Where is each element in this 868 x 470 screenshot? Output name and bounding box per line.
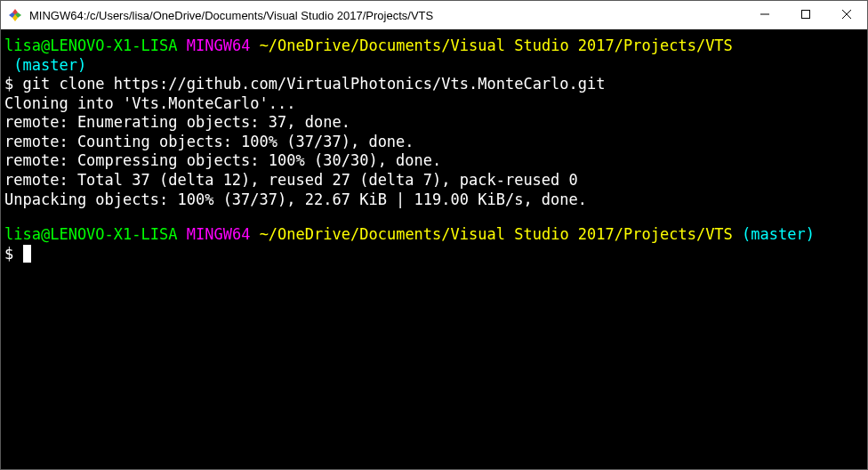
terminal-content[interactable]: lisa@LENOVO-X1-LISA MINGW64 ~/OneDrive/D… xyxy=(1,29,867,469)
prompt-line-2: lisa@LENOVO-X1-LISA MINGW64 ~/OneDrive/D… xyxy=(4,225,864,263)
window-title: MINGW64:/c/Users/lisa/OneDrive/Documents… xyxy=(29,9,744,22)
prompt-line-1: lisa@LENOVO-X1-LISA MINGW64 ~/OneDrive/D… xyxy=(4,36,864,209)
titlebar: MINGW64:/c/Users/lisa/OneDrive/Documents… xyxy=(1,1,867,29)
terminal-cursor xyxy=(23,245,31,263)
git-branch: (master) xyxy=(4,56,86,74)
user-host: lisa@LENOVO-X1-LISA xyxy=(4,225,177,243)
git-branch: (master) xyxy=(742,225,815,243)
window-controls xyxy=(744,1,867,29)
close-button[interactable] xyxy=(826,1,867,28)
close-icon xyxy=(842,10,851,19)
command-text: git clone https://github.com/VirtualPhot… xyxy=(22,75,605,93)
cwd-path: ~/OneDrive/Documents/Visual Studio 2017/… xyxy=(250,36,732,54)
minimize-icon xyxy=(760,10,769,19)
output-line: remote: Compressing objects: 100% (30/30… xyxy=(4,151,441,169)
output-line: Unpacking objects: 100% (37/37), 22.67 K… xyxy=(4,190,587,208)
output-line: remote: Total 37 (delta 12), reused 27 (… xyxy=(4,171,578,189)
msys-env: MINGW64 xyxy=(177,36,250,54)
app-icon xyxy=(8,8,22,22)
cwd-path: ~/OneDrive/Documents/Visual Studio 2017/… xyxy=(250,225,732,243)
svg-rect-5 xyxy=(802,11,810,19)
output-line: remote: Counting objects: 100% (37/37), … xyxy=(4,133,414,150)
maximize-icon xyxy=(801,10,810,19)
output-line: remote: Enumerating objects: 37, done. xyxy=(4,113,350,131)
maximize-button[interactable] xyxy=(785,1,826,28)
prompt-dollar: $ xyxy=(4,245,22,263)
terminal-window: MINGW64:/c/Users/lisa/OneDrive/Documents… xyxy=(0,0,868,470)
minimize-button[interactable] xyxy=(744,1,785,28)
output-line: Cloning into 'Vts.MonteCarlo'... xyxy=(4,94,296,112)
msys-env: MINGW64 xyxy=(177,225,250,243)
user-host: lisa@LENOVO-X1-LISA xyxy=(4,36,177,54)
prompt-dollar: $ xyxy=(4,75,22,93)
